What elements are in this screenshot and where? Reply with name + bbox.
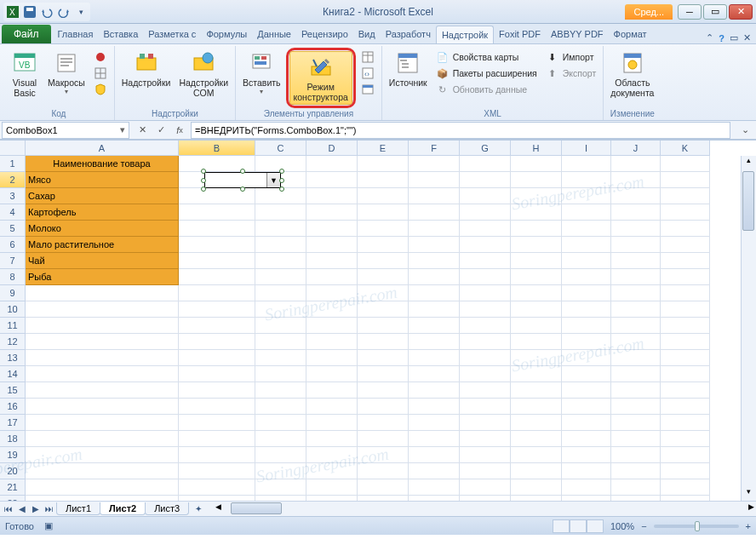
- export-button[interactable]: ⬆Экспорт: [542, 66, 599, 81]
- row-header[interactable]: 17: [0, 415, 26, 431]
- row-header[interactable]: 3: [0, 188, 26, 204]
- cell[interactable]: [409, 431, 460, 447]
- cell[interactable]: [611, 479, 661, 496]
- cell[interactable]: [562, 237, 611, 253]
- cell[interactable]: [255, 318, 306, 334]
- cell[interactable]: [611, 382, 661, 399]
- column-header[interactable]: K: [661, 141, 710, 156]
- column-header[interactable]: J: [611, 141, 661, 156]
- cell[interactable]: [661, 382, 710, 399]
- cell[interactable]: Сахар: [26, 188, 179, 204]
- horizontal-scrollbar[interactable]: ◀ ▶: [231, 502, 739, 516]
- column-header[interactable]: C: [255, 141, 306, 156]
- cell[interactable]: [460, 399, 511, 415]
- cell[interactable]: [358, 463, 409, 479]
- row-header[interactable]: 1: [0, 156, 26, 172]
- cell[interactable]: [179, 463, 255, 479]
- cell[interactable]: [562, 350, 611, 366]
- row-header[interactable]: 5: [0, 221, 26, 237]
- close-button[interactable]: ✕: [729, 4, 753, 20]
- cell[interactable]: [611, 221, 661, 237]
- cell[interactable]: [611, 350, 661, 366]
- cell[interactable]: [306, 172, 358, 188]
- cell[interactable]: [358, 301, 409, 318]
- cell[interactable]: [611, 463, 661, 479]
- column-header[interactable]: I: [562, 141, 611, 156]
- column-header[interactable]: G: [460, 141, 511, 156]
- cell[interactable]: [562, 269, 611, 285]
- cell[interactable]: [409, 188, 460, 204]
- cell[interactable]: [255, 382, 306, 399]
- cell[interactable]: [661, 318, 710, 334]
- cell[interactable]: [358, 318, 409, 334]
- cell[interactable]: [661, 301, 710, 318]
- relative-refs-button[interactable]: [90, 66, 111, 81]
- row-header[interactable]: 18: [0, 431, 26, 447]
- cell[interactable]: [460, 366, 511, 382]
- enter-formula-icon[interactable]: ✓: [153, 123, 169, 138]
- cell[interactable]: [409, 221, 460, 237]
- minimize-ribbon-icon[interactable]: ⌃: [706, 32, 713, 43]
- cell[interactable]: [661, 399, 710, 415]
- cell[interactable]: [611, 204, 661, 221]
- cell[interactable]: [562, 382, 611, 399]
- visual-basic-button[interactable]: VB Visual Basic: [7, 48, 43, 100]
- cell[interactable]: [255, 366, 306, 382]
- cell[interactable]: [255, 415, 306, 431]
- column-header[interactable]: D: [306, 141, 358, 156]
- cell[interactable]: [460, 318, 511, 334]
- cell[interactable]: [26, 399, 179, 415]
- cell[interactable]: [179, 382, 255, 399]
- cell[interactable]: [511, 221, 562, 237]
- ribbon-tab[interactable]: Формулы: [201, 26, 252, 43]
- cell[interactable]: [460, 172, 511, 188]
- cell[interactable]: [611, 253, 661, 269]
- cell[interactable]: [26, 463, 179, 479]
- save-icon[interactable]: [22, 4, 37, 20]
- sheet-nav-prev-icon[interactable]: ◀: [15, 502, 29, 516]
- cell[interactable]: [562, 447, 611, 463]
- row-header[interactable]: 4: [0, 204, 26, 221]
- cell[interactable]: [611, 334, 661, 350]
- cell[interactable]: [511, 431, 562, 447]
- cell[interactable]: [358, 415, 409, 431]
- cell[interactable]: [306, 350, 358, 366]
- cell[interactable]: [661, 285, 710, 301]
- document-panel-button[interactable]: Область документа: [607, 48, 657, 100]
- help-icon[interactable]: ?: [719, 33, 724, 43]
- cell[interactable]: [409, 204, 460, 221]
- cell[interactable]: [611, 301, 661, 318]
- zoom-slider[interactable]: [654, 525, 739, 528]
- cell[interactable]: [661, 237, 710, 253]
- cell[interactable]: [26, 431, 179, 447]
- minimize-button[interactable]: ─: [678, 4, 702, 20]
- cell[interactable]: [358, 285, 409, 301]
- cell[interactable]: [358, 204, 409, 221]
- cell[interactable]: [511, 366, 562, 382]
- row-header[interactable]: 20: [0, 463, 26, 479]
- cell[interactable]: [409, 399, 460, 415]
- cell[interactable]: Картофель: [26, 204, 179, 221]
- cell[interactable]: [358, 350, 409, 366]
- cell[interactable]: [306, 334, 358, 350]
- cell[interactable]: [358, 431, 409, 447]
- cell[interactable]: [562, 188, 611, 204]
- ribbon-tab[interactable]: Рецензиро: [296, 26, 353, 43]
- cell[interactable]: [661, 350, 710, 366]
- cell[interactable]: [26, 334, 179, 350]
- cell[interactable]: [306, 463, 358, 479]
- cell[interactable]: [562, 285, 611, 301]
- cell[interactable]: [409, 156, 460, 172]
- cell[interactable]: [611, 285, 661, 301]
- ribbon-tab[interactable]: Главная: [53, 26, 99, 43]
- cell[interactable]: [409, 301, 460, 318]
- cell[interactable]: [306, 415, 358, 431]
- cell[interactable]: [460, 253, 511, 269]
- sheet-nav-next-icon[interactable]: ▶: [29, 502, 43, 516]
- combobox-object[interactable]: ▼: [204, 172, 281, 188]
- cell[interactable]: [511, 301, 562, 318]
- cell[interactable]: [611, 172, 661, 188]
- cell[interactable]: [460, 415, 511, 431]
- cell[interactable]: [179, 334, 255, 350]
- view-code-button[interactable]: ‹›: [358, 66, 378, 81]
